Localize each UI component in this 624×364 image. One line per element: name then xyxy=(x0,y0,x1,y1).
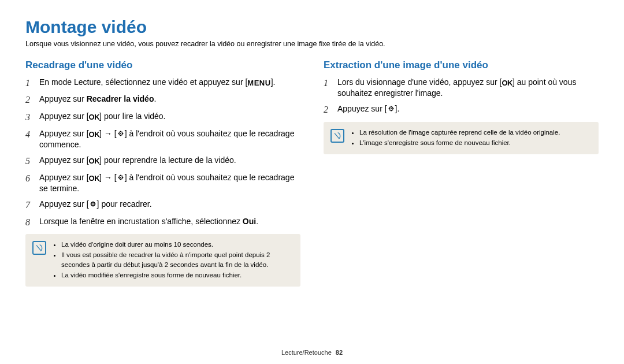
text: . xyxy=(154,94,156,103)
step-number: 6 xyxy=(25,172,34,194)
step-body: Appuyez sur [] pour recadrer. xyxy=(39,199,300,211)
step-number: 8 xyxy=(25,216,34,229)
step-1: 1 En mode Lecture, sélectionnez une vidé… xyxy=(25,77,300,90)
step-number: 3 xyxy=(25,111,34,124)
flower-icon xyxy=(117,130,125,137)
flower-icon xyxy=(387,105,395,112)
note-item: Il vous est possible de recadrer la vidé… xyxy=(61,250,294,269)
step-number: 4 xyxy=(25,128,34,150)
step-number: 2 xyxy=(324,103,332,116)
text: ]. xyxy=(395,104,400,113)
step-body: Appuyez sur [OK] pour reprendre la lectu… xyxy=(39,155,300,168)
note-item: La vidéo modifiée s'enregistre sous form… xyxy=(61,270,294,280)
text: Appuyez sur [ xyxy=(39,129,89,138)
subtitle-extraction: Extraction d'une image d'une vidéo xyxy=(324,60,599,71)
step-body: Appuyez sur [OK] pour lire la vidéo. xyxy=(39,111,300,124)
ok-icon: OK xyxy=(89,129,100,140)
text: Appuyez sur [ xyxy=(39,173,89,182)
bold-text: Oui xyxy=(243,217,256,226)
note-box: La vidéo d'origine doit durer au moins 1… xyxy=(25,234,300,286)
text: ]. xyxy=(271,77,276,87)
step-number: 5 xyxy=(25,155,34,168)
step-3: 3 Appuyez sur [OK] pour lire la vidéo. xyxy=(25,111,300,124)
step-body: En mode Lecture, sélectionnez une vidéo … xyxy=(39,77,300,90)
text: Appuyez sur xyxy=(39,94,87,103)
flower-icon xyxy=(117,174,125,181)
text: En mode Lecture, sélectionnez une vidéo … xyxy=(39,77,247,87)
step-6: 6 Appuyez sur [OK] → [] à l'endroit où v… xyxy=(25,172,300,194)
ok-icon: OK xyxy=(89,156,100,166)
note-icon xyxy=(330,129,344,143)
menu-icon: MENU xyxy=(247,78,270,88)
right-column: Extraction d'une image d'une vidéo 1 Lor… xyxy=(324,60,599,287)
step-number: 2 xyxy=(25,94,34,106)
note-item: La vidéo d'origine doit durer au moins 1… xyxy=(61,240,294,249)
step-5: 5 Appuyez sur [OK] pour reprendre la lec… xyxy=(25,155,300,168)
text: ] → [ xyxy=(99,173,117,182)
ok-icon: OK xyxy=(89,112,100,122)
step-number: 1 xyxy=(324,77,332,99)
step-4: 4 Appuyez sur [OK] → [] à l'endroit où v… xyxy=(25,128,300,150)
step-number: 7 xyxy=(25,199,34,211)
note-item: L'image s'enregistre sous forme de nouve… xyxy=(359,138,560,147)
note-box: La résolution de l'image capturée repren… xyxy=(324,122,599,154)
text: Appuyez sur [ xyxy=(39,112,89,121)
step-2: 2 Appuyez sur []. xyxy=(324,103,599,116)
note-item: La résolution de l'image capturée repren… xyxy=(359,128,560,137)
step-body: Lors du visionnage d'une vidéo, appuyez … xyxy=(337,77,599,99)
step-body: Lorsque la fenêtre en incrustation s'aff… xyxy=(39,216,300,229)
left-column: Recadrage d'une vidéo 1 En mode Lecture,… xyxy=(25,60,300,287)
subtitle-recadrage: Recadrage d'une vidéo xyxy=(25,60,300,71)
step-body: Appuyez sur Recadrer la vidéo. xyxy=(39,94,300,106)
lead-text: Lorsque vous visionnez une vidéo, vous p… xyxy=(25,39,599,49)
step-body: Appuyez sur []. xyxy=(337,103,599,116)
text: Appuyez sur [ xyxy=(39,155,89,165)
text: Appuyez sur [ xyxy=(337,104,387,113)
step-1: 1 Lors du visionnage d'une vidéo, appuye… xyxy=(324,77,599,99)
step-7: 7 Appuyez sur [] pour recadrer. xyxy=(25,199,300,211)
note-icon xyxy=(32,241,46,255)
page-footer: Lecture/Retouche 82 xyxy=(0,349,624,356)
footer-page-number: 82 xyxy=(336,349,343,356)
text: Lorsque la fenêtre en incrustation s'aff… xyxy=(39,217,243,226)
text: . xyxy=(256,217,258,226)
text: ] pour recadrer. xyxy=(97,199,152,209)
text: Appuyez sur [ xyxy=(39,199,89,209)
text: ] pour reprendre la lecture de la vidéo. xyxy=(99,155,236,165)
text: ] → [ xyxy=(99,129,117,138)
step-body: Appuyez sur [OK] → [] à l'endroit où vou… xyxy=(39,128,300,150)
ok-icon: OK xyxy=(89,173,100,184)
note-list: La vidéo d'origine doit durer au moins 1… xyxy=(53,240,294,280)
note-list: La résolution de l'image capturée repren… xyxy=(351,128,560,148)
text: Lors du visionnage d'une vidéo, appuyez … xyxy=(337,77,502,87)
step-2: 2 Appuyez sur Recadrer la vidéo. xyxy=(25,94,300,106)
flower-icon xyxy=(89,200,97,207)
bold-text: Recadrer la vidéo xyxy=(87,94,154,103)
page-title: Montage vidéo xyxy=(25,17,599,37)
text: ] pour lire la vidéo. xyxy=(99,112,165,121)
ok-icon: OK xyxy=(502,78,512,88)
step-number: 1 xyxy=(25,77,34,90)
step-body: Appuyez sur [OK] → [] à l'endroit où vou… xyxy=(39,172,300,194)
step-8: 8 Lorsque la fenêtre en incrustation s'a… xyxy=(25,216,300,229)
footer-section: Lecture/Retouche xyxy=(281,349,332,356)
